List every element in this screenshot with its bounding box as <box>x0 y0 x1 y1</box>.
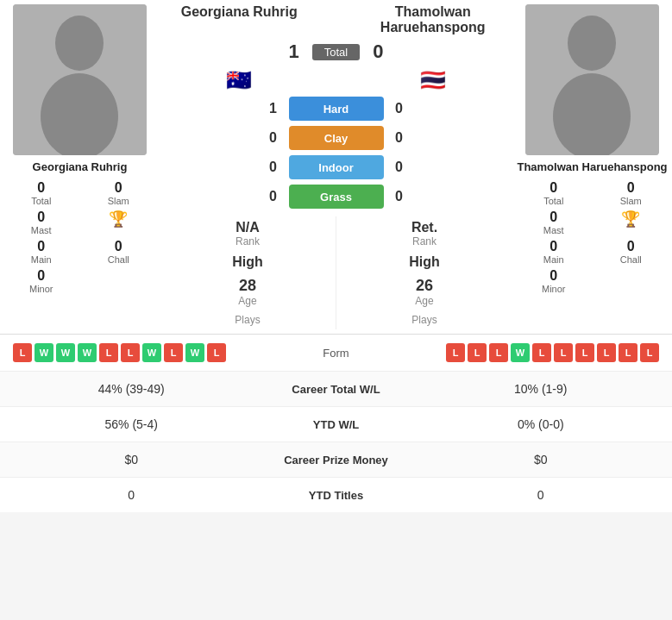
right-age-block: 26 Age <box>415 277 433 307</box>
main-container: Georgiana Ruhrig 0 Total 0 Slam 0 Mast 🏆 <box>0 0 672 512</box>
left-rank-value: N/A <box>236 220 260 235</box>
left-total: 0 Total <box>4 180 79 206</box>
clay-button: Clay <box>289 126 384 150</box>
left-rank-block: N/A Rank <box>236 220 260 247</box>
left-high-value: High <box>232 254 263 270</box>
clay-row: 0 Clay 0 <box>265 126 408 150</box>
player-left-panel: Georgiana Ruhrig 0 Total 0 Slam 0 Mast 🏆 <box>0 0 160 334</box>
left-rank-label: Rank <box>236 235 260 247</box>
stat-right-val: $0 <box>423 453 660 467</box>
indoor-row: 0 Indoor 0 <box>265 155 408 179</box>
left-trophy-icon: 🏆 <box>82 210 156 235</box>
stat-right-val: 0% (0-0) <box>423 417 660 431</box>
stat-left-val: $0 <box>13 453 250 467</box>
left-age-label: Age <box>238 295 256 307</box>
stats-container: 44% (39-49) Career Total W/L 10% (1-9) 5… <box>0 371 672 512</box>
hard-row: 1 Hard 0 <box>265 97 408 121</box>
form-badge-l: L <box>489 343 508 362</box>
form-badge-w: W <box>142 343 161 362</box>
left-indoor-score: 0 <box>265 160 282 175</box>
right-plays-label: Plays <box>411 314 436 326</box>
player-comparison: Georgiana Ruhrig 0 Total 0 Slam 0 Mast 🏆 <box>0 0 672 334</box>
left-high-block: High <box>232 254 263 270</box>
right-total-stat: 0 Total <box>517 180 591 206</box>
form-label: Form <box>302 347 371 360</box>
stat-right-val: 0 <box>423 488 660 502</box>
form-badge-l: L <box>597 343 616 362</box>
left-plays-block: Plays <box>235 314 260 326</box>
right-grass-score: 0 <box>391 189 408 204</box>
form-badge-l: L <box>575 343 594 362</box>
left-score-total: 1 <box>289 41 299 63</box>
form-section: LWWWLLWLWL Form LLLWLLLLLL <box>0 334 672 371</box>
player-right-avatar <box>525 4 659 155</box>
mid-stats-row: N/A Rank High 28 Age Plays <box>160 216 512 329</box>
stat-label: YTD Titles <box>250 489 423 502</box>
form-badge-l: L <box>207 343 226 362</box>
right-form: LLLWLLLLLL <box>374 343 660 362</box>
right-trophy-icon: 🏆 <box>594 210 669 235</box>
right-plays-block: Plays <box>411 314 436 326</box>
left-mid-stats: N/A Rank High 28 Age Plays <box>160 216 336 329</box>
player-names-row: Georgiana Ruhrig Thamolwan Haruehanspong <box>160 4 512 35</box>
player-left-stats: 0 Total 0 Slam 0 Mast 🏆 0 Main <box>4 180 155 294</box>
right-rank-label: Rank <box>411 235 437 247</box>
player-right-panel: Thamolwan Haruehanspong 0 Total 0 Slam 0… <box>512 0 672 334</box>
form-badge-l: L <box>554 343 573 362</box>
right-slam-stat: 0 Slam <box>594 180 669 206</box>
stat-label: Career Prize Money <box>250 454 423 467</box>
total-score-row: 1 Total 0 <box>289 41 384 63</box>
right-rank-value: Ret. <box>411 220 437 235</box>
left-slam: 0 Slam <box>82 180 156 206</box>
stat-right-val: 10% (1-9) <box>423 382 660 396</box>
form-badge-w: W <box>56 343 75 362</box>
right-age-label: Age <box>415 295 433 307</box>
right-chall-stat: 0 Chall <box>594 239 669 265</box>
indoor-button: Indoor <box>289 155 384 179</box>
left-hard-score: 1 <box>265 101 282 116</box>
left-chall: 0 Chall <box>82 239 156 265</box>
player-left-name: Georgiana Ruhrig <box>33 160 128 173</box>
form-badge-l: L <box>121 343 140 362</box>
left-plays-label: Plays <box>235 314 260 326</box>
form-badge-w: W <box>35 343 53 362</box>
svg-point-4 <box>568 16 616 71</box>
form-badge-l: L <box>640 343 659 362</box>
stat-label: Career Total W/L <box>250 383 423 396</box>
stat-left-val: 44% (39-49) <box>13 382 250 396</box>
right-high-value: High <box>409 254 440 270</box>
left-main: 0 Main <box>4 239 79 265</box>
left-grass-score: 0 <box>265 189 282 204</box>
form-badge-l: L <box>468 343 487 362</box>
right-hard-score: 0 <box>391 101 408 116</box>
stats-row-2: $0 Career Prize Money $0 <box>0 442 672 477</box>
stat-label: YTD W/L <box>250 418 423 431</box>
form-badge-l: L <box>532 343 551 362</box>
right-mid-stats: Ret. Rank High 26 Age Plays <box>336 216 512 329</box>
form-badge-l: L <box>13 343 32 362</box>
stats-row-3: 0 YTD Titles 0 <box>0 477 672 512</box>
right-minor-stat: 0 Minor <box>517 268 591 294</box>
form-badge-w: W <box>78 343 97 362</box>
left-form: LWWWLLWLWL <box>13 343 298 362</box>
svg-point-1 <box>55 16 104 71</box>
left-flag: 🇦🇺 <box>160 68 319 92</box>
form-badge-l: L <box>99 343 118 362</box>
total-label: Total <box>312 44 360 60</box>
right-rank-block: Ret. Rank <box>411 220 437 247</box>
stats-row-0: 44% (39-49) Career Total W/L 10% (1-9) <box>0 371 672 406</box>
right-score-total: 0 <box>373 41 383 63</box>
player-left-avatar <box>13 4 147 155</box>
grass-row: 0 Grass 0 <box>265 185 408 209</box>
form-badge-l: L <box>446 343 465 362</box>
left-age-value: 28 <box>238 277 256 295</box>
right-mast-stat: 0 Mast <box>517 210 591 235</box>
right-indoor-score: 0 <box>391 160 408 175</box>
left-player-name-top: Georgiana Ruhrig <box>160 4 319 35</box>
right-flag: 🇹🇭 <box>354 68 513 92</box>
stat-left-val: 56% (5-4) <box>13 417 250 431</box>
right-player-name-top: Thamolwan Haruehanspong <box>354 4 513 35</box>
form-badge-w: W <box>185 343 204 362</box>
player-right-stats: 0 Total 0 Slam 0 Mast 🏆 0 Main <box>517 180 668 294</box>
flags-row: 🇦🇺 🇹🇭 <box>160 68 512 92</box>
